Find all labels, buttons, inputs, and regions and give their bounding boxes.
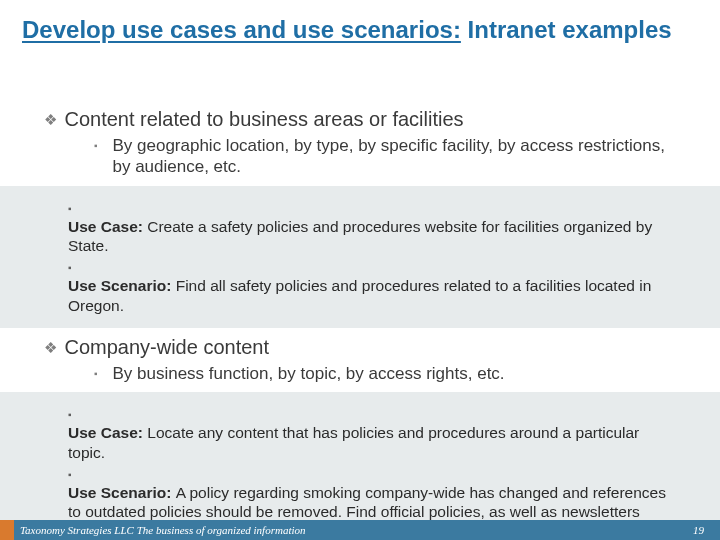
bullet-level2: ▪ By geographic location, by type, by sp… [0, 135, 720, 178]
box2-usecase: ▪ Use Case: Locate any content that has … [44, 405, 676, 462]
box1-usescenario-text: Use Scenario: Find all safety policies a… [68, 276, 668, 315]
diamond-icon: ❖ [44, 339, 60, 357]
section2-sub: By business function, by topic, by acces… [112, 363, 504, 384]
footer-text: Taxonomy Strategies LLC The business of … [20, 524, 693, 536]
title-underlined: Develop use cases and use scenarios: [22, 16, 461, 43]
bullet-level2: ▪ By business function, by topic, by acc… [0, 363, 720, 384]
square-icon: ▪ [68, 409, 82, 420]
footer-accent-tab [0, 520, 14, 540]
title-rest: Intranet examples [461, 16, 672, 43]
bullet-level1: ❖ Content related to business areas or f… [0, 108, 720, 131]
slide-title: Develop use cases and use scenarios: Int… [22, 16, 698, 44]
diamond-icon: ❖ [44, 111, 60, 129]
square-icon: ▪ [68, 469, 82, 480]
section2-heading: Company-wide content [64, 336, 269, 359]
callout-box-1: ▪ Use Case: Create a safety policies and… [0, 186, 720, 329]
square-icon: ▪ [94, 140, 108, 151]
box1-usecase: ▪ Use Case: Create a safety policies and… [44, 199, 676, 256]
box1-usescenario: ▪ Use Scenario: Find all safety policies… [44, 258, 676, 315]
callout-box-2: ▪ Use Case: Locate any content that has … [0, 392, 720, 540]
bullet-level1: ❖ Company-wide content [0, 336, 720, 359]
square-icon: ▪ [94, 368, 108, 379]
footer-bar: Taxonomy Strategies LLC The business of … [0, 520, 720, 540]
slide-body: ❖ Content related to business areas or f… [0, 100, 720, 540]
slide: Develop use cases and use scenarios: Int… [0, 0, 720, 540]
box1-usecase-text: Use Case: Create a safety policies and p… [68, 217, 668, 256]
box2-usecase-text: Use Case: Locate any content that has po… [68, 423, 668, 462]
section1-heading: Content related to business areas or fac… [64, 108, 463, 131]
page-number: 19 [693, 524, 720, 536]
square-icon: ▪ [68, 262, 82, 273]
square-icon: ▪ [68, 203, 82, 214]
section1-sub: By geographic location, by type, by spec… [112, 135, 672, 178]
